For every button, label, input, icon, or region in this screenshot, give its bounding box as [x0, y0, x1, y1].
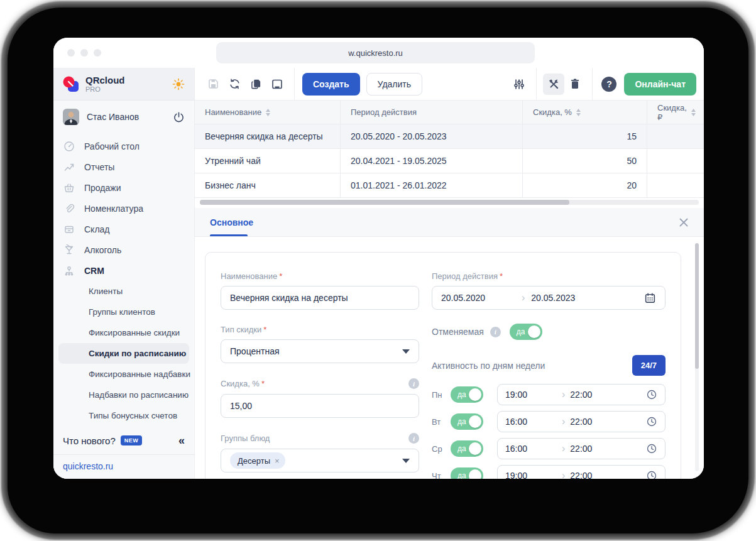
whats-new-link[interactable]: Что нового? — [63, 435, 116, 446]
scrollbar-thumb[interactable] — [695, 243, 699, 369]
time-from-value[interactable]: 19:00 — [505, 390, 562, 400]
trash-button[interactable] — [564, 74, 586, 95]
day-toggle[interactable]: да — [451, 386, 483, 403]
vertical-scrollbar[interactable] — [695, 243, 699, 471]
info-icon[interactable]: i — [408, 433, 419, 444]
dashboard-icon — [63, 140, 75, 153]
remove-tag-icon[interactable]: × — [275, 456, 280, 466]
sidebar-item-nomenclature[interactable]: Номенклатура — [53, 198, 194, 219]
column-header[interactable]: Период действия — [351, 107, 417, 117]
clock-icon[interactable] — [646, 416, 657, 427]
table-row[interactable]: Утренний чай 20.04.2021 - 19.05.2025 50 — [195, 149, 704, 173]
cancelable-row: Отменяемая i да — [432, 324, 666, 340]
cancelable-toggle[interactable]: да — [510, 324, 542, 340]
sidebar-subitem-fixed-surcharges[interactable]: Фиксированные надбавки — [53, 364, 194, 385]
tab-main[interactable]: Основное — [210, 217, 253, 227]
logout-power-icon[interactable] — [173, 111, 185, 123]
user-row[interactable]: Стас Иванов — [53, 101, 194, 133]
sidebar-subitem-scheduled-discounts[interactable]: Скидки по расписанию — [58, 343, 189, 364]
sidebar-subitem-fixed-discounts[interactable]: Фиксированные скидки — [53, 322, 194, 343]
time-range-input[interactable]: 16:00 › 22:00 — [497, 438, 666, 459]
sidebar-item-crm[interactable]: CRM — [53, 260, 194, 281]
subitem-label: Клиенты — [89, 287, 123, 296]
sidebar-subitem-scheduled-surcharges[interactable]: Надбавки по расписанию — [53, 385, 194, 405]
info-icon[interactable]: i — [490, 327, 501, 337]
close-panel-icon[interactable] — [679, 217, 689, 227]
time-to-value[interactable]: 22:00 — [570, 444, 592, 454]
subitem-label: Скидки по расписанию — [89, 349, 186, 358]
avatar — [63, 109, 79, 125]
discount-type-select[interactable]: Процентная — [221, 339, 419, 363]
time-range-input[interactable]: 16:00 › 22:00 — [497, 411, 666, 432]
window-close-dot[interactable] — [67, 49, 75, 57]
save-button[interactable] — [202, 74, 224, 95]
day-toggle[interactable]: да — [451, 413, 483, 430]
time-range-input[interactable]: 19:00 › 22:00 — [497, 384, 666, 405]
display-button[interactable] — [266, 74, 288, 95]
delete-button[interactable]: Удалить — [366, 73, 422, 96]
sidebar-item-reports[interactable]: Отчеты — [53, 156, 194, 177]
discount-percent-input[interactable]: 15,00 — [221, 394, 419, 418]
clock-icon[interactable] — [646, 443, 657, 454]
theme-sun-icon[interactable] — [172, 78, 185, 90]
sidebar-item-alcohol[interactable]: Алкоголь — [53, 239, 194, 260]
filter-sliders-icon[interactable] — [508, 74, 530, 95]
help-button[interactable]: ? — [601, 77, 616, 92]
sidebar-item-dashboard[interactable]: Рабочий стол — [53, 136, 194, 156]
brand-name: QRcloud — [85, 75, 125, 85]
time-to-value[interactable]: 22:00 — [570, 471, 592, 479]
discount-type-value: Процентная — [230, 346, 280, 356]
online-chat-button[interactable]: Онлайн-чат — [624, 73, 696, 96]
sidebar-subitem-bonus-account-types[interactable]: Типы бонусных счетов — [53, 405, 194, 426]
dish-groups-multiselect[interactable]: Десерты × — [221, 449, 419, 473]
period-to-value[interactable]: 20.05.2023 — [531, 293, 575, 303]
clock-icon[interactable] — [646, 389, 657, 400]
window-zoom-dot[interactable] — [94, 49, 101, 57]
sidebar-item-label: Склад — [84, 224, 110, 234]
column-header[interactable]: Наименование — [205, 107, 261, 117]
sort-icon[interactable] — [576, 109, 581, 116]
main-content: Создать Удалить — [195, 68, 704, 479]
window-minimize-dot[interactable] — [80, 49, 88, 57]
time-to-value[interactable]: 22:00 — [570, 417, 592, 427]
column-header[interactable]: Скидка, % — [533, 107, 572, 117]
duplicate-button[interactable] — [245, 74, 266, 95]
crm-hierarchy-icon — [63, 265, 75, 277]
table-row[interactable]: Бизнес ланч 01.01.2021 - 26.01.2022 20 — [195, 173, 704, 198]
create-button[interactable]: Создать — [302, 73, 360, 96]
time-from-value[interactable]: 16:00 — [505, 444, 562, 454]
button-24-7[interactable]: 24/7 — [632, 355, 666, 376]
sidebar-item-label: Алкоголь — [84, 245, 121, 255]
calendar-icon[interactable] — [644, 292, 656, 304]
qrcloud-logo-icon — [63, 76, 79, 92]
day-toggle[interactable]: да — [451, 467, 483, 479]
day-toggle[interactable]: да — [451, 440, 483, 457]
tools-button[interactable] — [543, 74, 564, 95]
scrollbar-track[interactable] — [200, 200, 699, 205]
period-from-value[interactable]: 20.05.2020 — [441, 293, 522, 303]
time-range-input[interactable]: 19:00 › 22:00 — [497, 465, 666, 479]
info-icon[interactable]: i — [408, 378, 419, 389]
time-from-value[interactable]: 16:00 — [505, 417, 562, 427]
scrollbar-thumb[interactable] — [200, 200, 569, 205]
sidebar-item-sales[interactable]: Продажи — [53, 177, 194, 198]
user-name: Стас Иванов — [87, 112, 165, 122]
quickresto-site-link[interactable]: quickresto.ru — [63, 461, 185, 471]
refresh-button[interactable] — [224, 74, 245, 95]
address-bar[interactable]: w.quickresto.ru — [216, 42, 535, 63]
name-input[interactable]: Вечерняя скидка на десерты — [221, 286, 419, 310]
sidebar-subitem-client-groups[interactable]: Группы клиентов — [53, 302, 194, 322]
table-header: Наименование Период действия Скидка, % — [195, 101, 704, 124]
time-from-value[interactable]: 19:00 — [505, 471, 562, 479]
sort-icon[interactable] — [691, 109, 696, 116]
column-header[interactable]: Скидка, ₽ — [657, 103, 687, 122]
clock-icon[interactable] — [646, 470, 657, 479]
period-range-input[interactable]: 20.05.2020 › 20.05.2023 — [432, 286, 666, 310]
sidebar-item-warehouse[interactable]: Склад — [53, 219, 194, 239]
time-to-value[interactable]: 22:00 — [570, 390, 592, 400]
sidebar-subitem-clients[interactable]: Клиенты — [53, 281, 194, 302]
sort-icon[interactable] — [266, 109, 270, 116]
collapse-sidebar-icon[interactable]: « — [178, 435, 185, 446]
subitem-label: Надбавки по расписанию — [89, 390, 189, 400]
table-row[interactable]: Вечерняя скидка на десерты 20.05.2020 - … — [195, 124, 704, 149]
